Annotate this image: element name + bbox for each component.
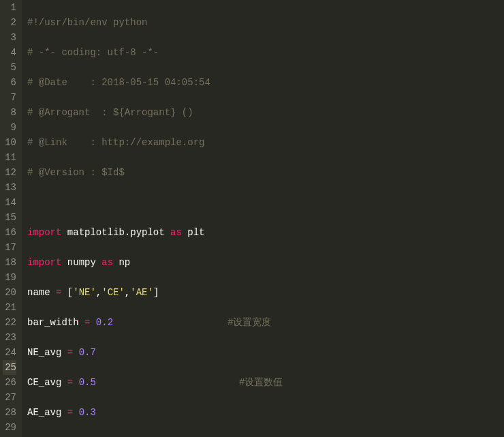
line-number: 19: [3, 270, 16, 285]
code-line[interactable]: # @Arrogant : ${Arrogant} (): [27, 105, 504, 120]
line-number: 9: [3, 120, 16, 135]
code-line[interactable]: #!/usr/bin/env python: [27, 15, 504, 30]
text: plt: [182, 227, 205, 238]
string: 'CE': [101, 287, 125, 298]
string: 'AE': [130, 287, 153, 298]
keyword: import: [27, 257, 61, 268]
text: np: [113, 257, 130, 268]
text: [73, 407, 78, 418]
text: ]: [153, 287, 159, 298]
code-line[interactable]: import matplotlib.pyplot as plt: [27, 225, 504, 240]
comment: #设置数值: [239, 375, 283, 390]
comment: #!/usr/bin/env python: [27, 17, 147, 28]
text: bar_width: [27, 317, 84, 328]
comment: # @Arrogant : ${Arrogant} (): [27, 107, 193, 118]
code-line[interactable]: # -*- coding: utf-8 -*-: [27, 45, 504, 60]
line-number: 13: [3, 180, 16, 195]
comment: # @Date : 2018-05-15 04:05:54: [27, 77, 210, 88]
string: 'NE': [73, 287, 96, 298]
code-editor[interactable]: #!/usr/bin/env python # -*- coding: utf-…: [22, 0, 504, 437]
text: CE_avg: [27, 377, 67, 388]
line-number: 12: [3, 165, 16, 180]
line-number: 14: [3, 195, 16, 210]
line-number: 17: [3, 240, 16, 255]
comment: #设置宽度: [227, 315, 271, 330]
code-line[interactable]: # @Version : $Id$: [27, 165, 504, 180]
line-number: 5: [3, 60, 16, 75]
code-line[interactable]: [27, 195, 504, 210]
keyword: as: [101, 257, 113, 268]
operator: =: [67, 377, 73, 388]
text: ,: [125, 287, 130, 298]
text: name: [27, 287, 56, 298]
operator: =: [67, 407, 73, 418]
comment: # @Version : $Id$: [27, 167, 125, 178]
line-number: 24: [3, 345, 16, 360]
line-number: 3: [3, 30, 16, 45]
text: [73, 347, 78, 358]
keyword: import: [27, 227, 61, 238]
line-number: 4: [3, 45, 16, 60]
text: NE_avg: [27, 347, 67, 358]
code-line[interactable]: # @Link : http://example.org: [27, 135, 504, 150]
code-line[interactable]: AE_avg = 0.3: [27, 405, 504, 420]
code-line[interactable]: bar_width = 0.2 #设置宽度: [27, 315, 504, 330]
line-number: 6: [3, 75, 16, 90]
line-number: 11: [3, 150, 16, 165]
comment: # @Link : http://example.org: [27, 137, 204, 148]
line-number: 10: [3, 135, 16, 150]
pad: [113, 317, 227, 328]
line-number: 15: [3, 210, 16, 225]
line-number: 16: [3, 225, 16, 240]
line-number: 26: [3, 375, 16, 390]
code-line[interactable]: NE_avg = 0.7: [27, 345, 504, 360]
pad: [96, 377, 239, 388]
code-line[interactable]: CE_avg = 0.5 #设置数值: [27, 375, 504, 390]
comment: # -*- coding: utf-8 -*-: [27, 47, 159, 58]
code-line[interactable]: name = ['NE','CE','AE']: [27, 285, 504, 300]
line-number: 7: [3, 90, 16, 105]
line-number: 23: [3, 330, 16, 345]
number: 0.2: [96, 317, 113, 328]
line-number-gutter: 1 2 3 4 5 6 7 8 9 10 11 12 13 14 15 16 1…: [0, 0, 22, 437]
text: [73, 377, 78, 388]
line-number: 21: [3, 300, 16, 315]
line-number: 18: [3, 255, 16, 270]
code-line[interactable]: import numpy as np: [27, 255, 504, 270]
line-number: 1: [3, 0, 16, 15]
text: [: [61, 287, 73, 298]
line-number: 25: [3, 360, 16, 375]
operator: =: [67, 347, 73, 358]
line-number: 2: [3, 15, 16, 30]
text: ,: [96, 287, 101, 298]
number: 0.3: [79, 407, 96, 418]
line-number: 29: [3, 420, 16, 435]
text: [90, 317, 95, 328]
text: AE_avg: [27, 407, 67, 418]
text: matplotlib.pyplot: [61, 227, 170, 238]
line-number: 20: [3, 285, 16, 300]
line-number: 8: [3, 105, 16, 120]
line-number: 28: [3, 405, 16, 420]
keyword: as: [170, 227, 182, 238]
line-number: 27: [3, 390, 16, 405]
number: 0.7: [79, 347, 96, 358]
code-line[interactable]: # @Date : 2018-05-15 04:05:54: [27, 75, 504, 90]
line-number: 22: [3, 315, 16, 330]
text: numpy: [61, 257, 101, 268]
number: 0.5: [79, 377, 96, 388]
